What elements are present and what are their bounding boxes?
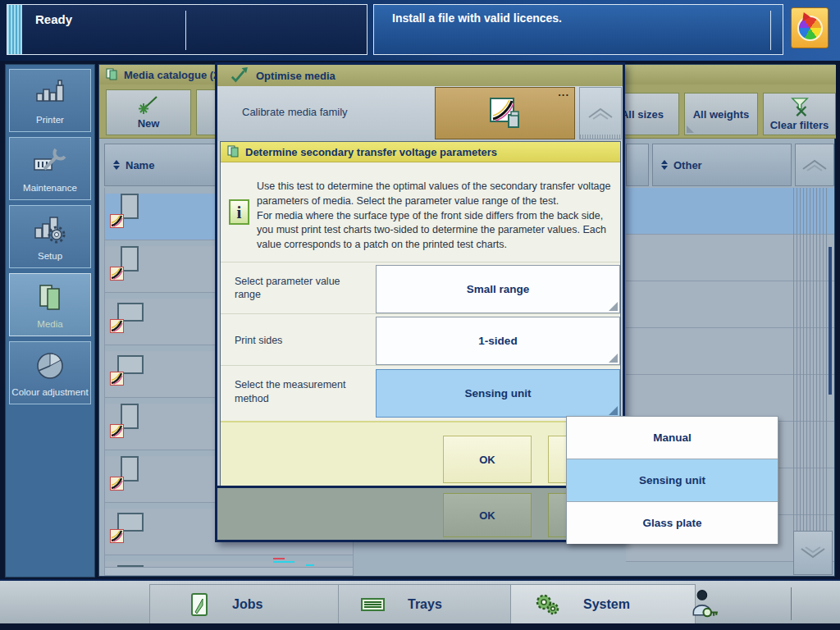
media-row-other-cell[interactable] xyxy=(626,235,834,281)
bottom-strip xyxy=(0,623,840,630)
gears-icon xyxy=(532,591,562,618)
popup-option-label: Glass plate xyxy=(642,517,701,529)
message-divider xyxy=(770,11,771,50)
media-calibration-badge-icon xyxy=(110,267,124,281)
sidebar-item-maintenance[interactable]: Maintenance xyxy=(9,137,91,200)
status-stripe-indicator xyxy=(7,5,22,54)
media-item-icon xyxy=(110,509,143,543)
operator-button[interactable] xyxy=(678,584,788,623)
collapse-dialog-button[interactable] xyxy=(579,87,622,139)
all-sizes-label: All sizes xyxy=(621,108,664,121)
transfer-voltage-modal: Determine secondary transfer voltage par… xyxy=(220,141,621,486)
red-mark xyxy=(273,558,285,559)
parameter-row-measurement-method: Select the measurement method Sensing un… xyxy=(221,365,620,418)
measurement-method-dropdown[interactable]: Sensing unit xyxy=(376,369,620,418)
popup-option-sensing-unit[interactable]: Sensing unit xyxy=(567,459,778,502)
measurement-method-value: Sensing unit xyxy=(465,387,532,399)
all-weights-label: All weights xyxy=(693,108,750,121)
optimise-media-dialog: Optimise media Calibrate media family ..… xyxy=(215,62,625,542)
bottom-bar-divider xyxy=(791,587,792,620)
parameter-row-print-sides: Print sides 1-sided xyxy=(221,313,620,366)
modal-footer: OK Cancel xyxy=(221,421,620,486)
new-media-button[interactable]: New xyxy=(106,89,191,135)
status-divider xyxy=(185,11,186,50)
media-item-icon xyxy=(110,561,143,567)
media-calibration-badge-icon xyxy=(110,424,124,438)
sidebar-item-label: Colour adjustment xyxy=(11,387,88,397)
printer-status-text: Ready xyxy=(35,12,72,26)
info-paragraph-2: For media where the surface type of the … xyxy=(257,209,616,253)
scrollbar-thumb[interactable] xyxy=(829,247,832,395)
message-panel: Install a file with valid licences. xyxy=(373,4,783,55)
calibrate-media-family-button[interactable]: ... xyxy=(435,87,575,139)
sidebar-item-label: Media xyxy=(37,319,62,329)
media-item-icon xyxy=(110,299,143,333)
calibrate-chart-icon xyxy=(489,97,522,130)
print-sides-dropdown[interactable]: 1-sided xyxy=(376,317,620,365)
tab-trays[interactable]: Trays xyxy=(338,584,530,624)
colour-pie-icon xyxy=(797,16,823,41)
sidebar-item-setup[interactable]: Setup xyxy=(9,205,91,268)
all-weights-filter-button[interactable]: All weights xyxy=(684,93,758,135)
modal-ok-button[interactable]: OK xyxy=(443,436,532,483)
optimise-dialog-title: Optimise media xyxy=(256,70,336,82)
dialog-ok-button[interactable]: OK xyxy=(443,493,532,537)
value-range-dropdown[interactable]: Small range xyxy=(376,265,620,313)
measurement-method-popup: Manual Sensing unit Glass plate xyxy=(566,416,778,544)
printer-status-panel: Ready xyxy=(7,4,368,55)
column-header-other[interactable]: Other xyxy=(652,144,792,186)
tab-system[interactable]: System xyxy=(510,584,696,624)
sidebar-item-colour-adjustment[interactable]: Colour adjustment xyxy=(9,341,91,404)
dialog-ok-label: OK xyxy=(479,509,495,522)
modal-pages-icon xyxy=(227,145,239,158)
scroll-column-up-button[interactable] xyxy=(795,144,834,186)
popup-option-glass-plate[interactable]: Glass plate xyxy=(567,502,778,544)
sidebar-item-printer[interactable]: Printer xyxy=(9,69,91,132)
print-sides-label: Print sides xyxy=(235,333,366,347)
media-item-icon xyxy=(110,194,143,228)
catalogue-pages-icon xyxy=(106,68,117,81)
media-row[interactable] xyxy=(105,561,353,567)
bottom-navigation-bar: Jobs Trays System xyxy=(0,579,840,623)
new-button-label: New xyxy=(138,117,160,130)
popup-option-label: Sensing unit xyxy=(639,474,705,486)
sidebar-item-label: Maintenance xyxy=(23,183,77,193)
licence-button[interactable] xyxy=(791,7,829,48)
transfer-modal-title: Determine secondary transfer voltage par… xyxy=(245,146,497,158)
media-row-other-cell[interactable] xyxy=(626,188,834,235)
info-paragraph-1: Use this test to determine the optimal v… xyxy=(257,180,616,209)
clear-filters-funnel-icon xyxy=(788,97,811,116)
system-message-text: Install a file with valid licences. xyxy=(392,11,562,25)
info-icon: i xyxy=(229,199,249,225)
new-sparkle-icon xyxy=(138,95,159,115)
media-item-icon xyxy=(110,246,143,281)
media-calibration-badge-icon xyxy=(110,529,124,543)
blocks-gear-icon xyxy=(10,214,90,245)
column-header-partial[interactable] xyxy=(626,144,649,186)
calibrate-label: Calibrate media family xyxy=(242,106,348,118)
operator-key-icon xyxy=(689,588,719,619)
parameter-row-value-range: Select parameter value range Small range xyxy=(221,262,620,314)
chevron-down-icon xyxy=(798,546,828,560)
top-status-bar: Ready Install a file with valid licences… xyxy=(0,0,840,61)
counter-wrench-icon xyxy=(10,146,90,177)
optimise-check-arrow-icon xyxy=(229,67,249,84)
media-row-other-cell[interactable] xyxy=(626,328,834,375)
partial-row xyxy=(104,567,354,576)
clear-filters-label: Clear filters xyxy=(770,119,829,131)
modal-info-text: Use this test to determine the optimal v… xyxy=(257,180,616,253)
chevron-up-icon xyxy=(800,158,829,172)
sort-icon xyxy=(113,160,120,170)
scroll-down-button[interactable] xyxy=(793,531,833,575)
popup-option-manual[interactable]: Manual xyxy=(567,417,778,459)
clear-filters-button[interactable]: Clear filters xyxy=(763,93,836,135)
chevron-up-icon xyxy=(586,106,615,121)
optimise-dialog-footer: OK Cancel xyxy=(217,486,623,540)
media-row-other-cell[interactable] xyxy=(626,375,834,422)
sidebar: Printer Maintenance xyxy=(5,64,95,578)
tab-jobs-label: Jobs xyxy=(232,597,262,612)
media-row-other-cell[interactable] xyxy=(626,281,834,328)
sidebar-item-label: Printer xyxy=(36,115,64,125)
sidebar-item-media[interactable]: Media xyxy=(9,273,91,336)
tab-trays-label: Trays xyxy=(408,597,442,612)
